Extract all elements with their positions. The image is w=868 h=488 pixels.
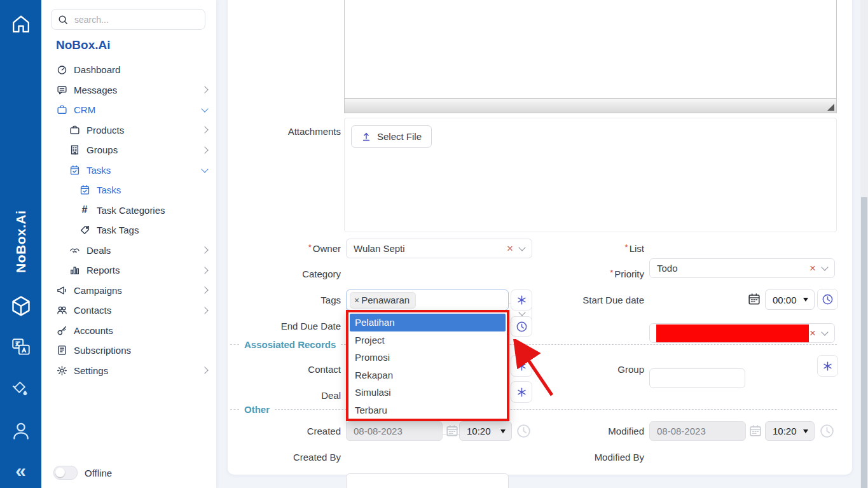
dropdown-option[interactable]: Project bbox=[348, 331, 507, 349]
chevron-right-icon bbox=[201, 127, 208, 134]
sidebar-item-groups[interactable]: Groups bbox=[41, 140, 216, 160]
sidebar-item-dashboard[interactable]: Dashboard bbox=[41, 60, 216, 80]
deal-label: Deal bbox=[214, 389, 341, 402]
select-arrow-icon bbox=[803, 298, 808, 302]
sidebar-item-products[interactable]: Products bbox=[41, 120, 216, 141]
modified-by-label: Modified By bbox=[517, 450, 644, 464]
sidebar-item-accounts[interactable]: Accounts bbox=[41, 321, 216, 341]
section-dash bbox=[230, 344, 239, 345]
clock-icon bbox=[822, 293, 834, 305]
search-input[interactable] bbox=[73, 14, 198, 25]
chevron-right-icon bbox=[201, 267, 208, 274]
home-icon[interactable] bbox=[0, 9, 41, 38]
tag-icon bbox=[79, 225, 90, 236]
sidebar-brand: NoBox.Ai bbox=[56, 38, 111, 52]
contact-select[interactable] bbox=[346, 473, 509, 488]
dropdown-option[interactable]: Rekapan bbox=[348, 366, 507, 384]
sidebar-item-reports[interactable]: Reports bbox=[41, 260, 216, 281]
people-icon bbox=[56, 305, 67, 316]
chevron-down-icon bbox=[201, 165, 208, 172]
list-value: Todo bbox=[657, 263, 678, 274]
user-icon[interactable] bbox=[0, 417, 41, 445]
search-box[interactable] bbox=[51, 9, 205, 30]
chevron-right-icon bbox=[201, 87, 208, 94]
upload-icon bbox=[361, 132, 371, 142]
gauge-icon bbox=[56, 64, 67, 76]
tags-dropdown: Pelatihan Project Promosi Rekapan Simula… bbox=[346, 310, 509, 421]
calendar-icon[interactable] bbox=[748, 293, 761, 305]
key-icon bbox=[56, 324, 67, 336]
sidebar-item-subscriptions[interactable]: Subscriptions bbox=[41, 340, 216, 361]
sidebar-item-task-tags[interactable]: Task Tags bbox=[41, 220, 216, 241]
tags-label: Tags bbox=[214, 293, 341, 307]
calendar-icon-disabled bbox=[749, 424, 762, 437]
list-select[interactable]: Todo × bbox=[649, 258, 835, 278]
list-clear-icon[interactable]: × bbox=[809, 261, 816, 275]
priority-clear-icon[interactable]: × bbox=[809, 326, 816, 340]
hash-icon: # bbox=[79, 204, 90, 216]
contact-label: Contact bbox=[214, 363, 341, 376]
start-due-time-select[interactable]: 00:00 bbox=[765, 289, 815, 310]
modified-date-value: 08-08-2023 bbox=[657, 426, 706, 436]
task-calendar-icon bbox=[79, 185, 90, 196]
box-icon[interactable] bbox=[0, 289, 41, 323]
start-due-clock-button[interactable] bbox=[817, 289, 838, 310]
group-mandatory-button[interactable] bbox=[817, 355, 838, 377]
document-icon bbox=[56, 345, 67, 356]
owner-clear-icon[interactable]: × bbox=[507, 242, 513, 255]
ink-drop-icon[interactable] bbox=[0, 375, 41, 403]
handshake-icon bbox=[69, 244, 80, 256]
end-due-date-label: End Due Date bbox=[214, 319, 341, 333]
sidebar-item-tasks-sub[interactable]: Tasks bbox=[41, 180, 216, 200]
start-due-date-input[interactable] bbox=[649, 368, 745, 388]
sidebar-item-campaigns[interactable]: Campaigns bbox=[41, 281, 216, 301]
select-arrow-icon bbox=[803, 429, 808, 433]
tag-chip-label: Penawaran bbox=[361, 295, 410, 305]
clock-icon bbox=[516, 321, 528, 333]
translate-icon[interactable] bbox=[0, 334, 41, 361]
modified-label: Modified bbox=[517, 424, 644, 438]
resize-handle-icon[interactable] bbox=[827, 104, 834, 111]
attachments-dropzone[interactable]: Select File bbox=[344, 118, 837, 232]
sidebar-item-task-categories[interactable]: # Task Categories bbox=[41, 200, 216, 221]
annotation-arrow bbox=[509, 339, 563, 400]
remove-tag-icon[interactable]: × bbox=[354, 295, 359, 305]
offline-toggle[interactable] bbox=[53, 466, 78, 480]
tags-input[interactable]: × Penawaran bbox=[346, 289, 509, 310]
owner-select[interactable]: Wulan Septi × bbox=[346, 239, 532, 258]
bar-chart-icon bbox=[69, 265, 80, 276]
dropdown-option[interactable]: Terbaru bbox=[348, 401, 507, 419]
collapse-icon[interactable]: « bbox=[0, 457, 41, 485]
description-editor[interactable] bbox=[344, 0, 837, 113]
created-time-value: 10:20 bbox=[467, 426, 491, 436]
building-icon bbox=[69, 144, 80, 156]
page-scrollbar[interactable] bbox=[860, 0, 868, 488]
category-label: Category bbox=[214, 267, 341, 281]
dropdown-option[interactable]: Pelatihan bbox=[350, 314, 506, 331]
end-due-clock-button[interactable] bbox=[511, 316, 532, 337]
required-asterisk: * bbox=[625, 242, 628, 252]
select-file-button[interactable]: Select File bbox=[351, 125, 432, 148]
section-dash bbox=[230, 409, 239, 410]
chevron-down-icon[interactable] bbox=[821, 263, 828, 270]
dropdown-option[interactable]: Promosi bbox=[348, 349, 507, 366]
sidebar-item-crm[interactable]: CRM bbox=[41, 100, 216, 120]
sidebar-item-deals[interactable]: Deals bbox=[41, 241, 216, 261]
start-due-time-value: 00:00 bbox=[773, 295, 797, 305]
created-time-select[interactable]: 10:20 bbox=[459, 421, 512, 441]
chevron-right-icon bbox=[201, 146, 208, 153]
scrollbar-thumb[interactable] bbox=[861, 197, 867, 488]
icon-rail: NoBox.Ai « bbox=[0, 0, 41, 488]
offline-toggle-row: Offline bbox=[53, 466, 112, 480]
chevron-right-icon bbox=[201, 247, 208, 254]
offline-label: Offline bbox=[85, 468, 112, 478]
sidebar-item-contacts[interactable]: Contacts bbox=[41, 300, 216, 321]
sidebar-item-settings[interactable]: Settings bbox=[41, 361, 216, 381]
chevron-down-icon[interactable] bbox=[821, 328, 828, 335]
rail-brand-vertical: NoBox.Ai bbox=[0, 191, 41, 293]
priority-label: *Priority bbox=[517, 267, 644, 281]
sidebar-item-tasks[interactable]: Tasks bbox=[41, 160, 216, 181]
sidebar-item-messages[interactable]: Messages bbox=[41, 80, 216, 101]
modified-time-select[interactable]: 10:20 bbox=[765, 421, 815, 441]
dropdown-option[interactable]: Simulasi bbox=[348, 384, 507, 401]
